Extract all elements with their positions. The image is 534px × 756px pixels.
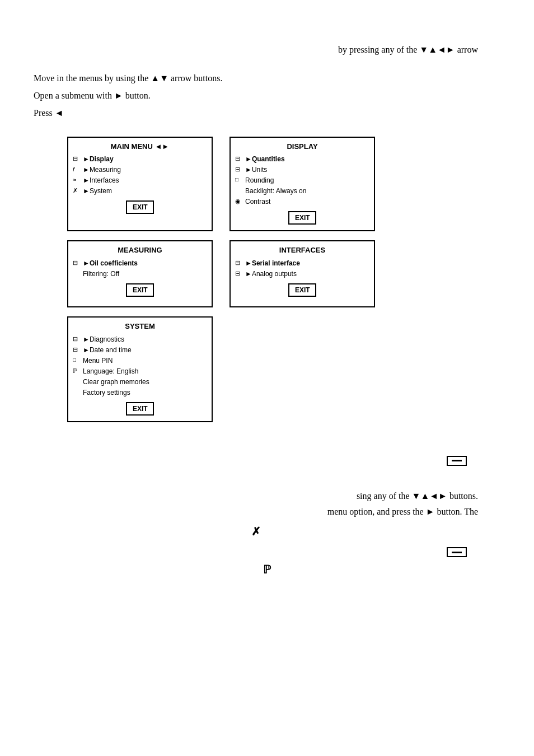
main-menu-title: MAIN MENU ◄► <box>73 141 207 152</box>
menu-item: ⊟ ►Oil coefficients <box>73 258 207 268</box>
menu-item-text: Rounding <box>245 175 274 185</box>
menu-icon: ✗ <box>73 186 82 195</box>
menu-item-text: Factory settings <box>83 388 130 398</box>
menu-item-text: Menu PIN <box>83 356 113 366</box>
menu-item-text: ►Oil coefficients <box>83 258 138 268</box>
rect-inner-2 <box>452 552 462 553</box>
menu-item: ⊟ ►Display <box>73 154 207 164</box>
menu-item: Factory settings <box>73 388 207 398</box>
rect-inner <box>452 460 462 461</box>
menu-icon: ⊟ <box>235 258 244 268</box>
menu-item: □ Menu PIN <box>73 356 207 366</box>
top-arrow-text: by pressing any of the ▼▲◄► arrow <box>338 45 478 54</box>
exit-button[interactable]: EXIT <box>126 283 154 297</box>
measuring-menu-box: MEASURING ⊟ ►Oil coefficients Filtering:… <box>67 240 213 307</box>
menu-item: ◉ Contrast <box>235 197 369 207</box>
bottom-p-symbol: ℙ <box>34 563 500 576</box>
menu-item: ⊟ ►Units <box>235 165 369 175</box>
menu-icon: ℙ <box>73 366 82 376</box>
menu-icon: ⊟ <box>235 154 244 164</box>
menu-screens: MAIN MENU ◄► ⊟ ►Display f ►Measuring ≈ ►… <box>67 137 500 422</box>
exit-button[interactable]: EXIT <box>126 402 154 416</box>
menu-item-text: ►Quantities <box>245 154 285 164</box>
menu-item: Backlight: Always on <box>235 186 369 196</box>
menu-item-text: ►Date and time <box>83 345 132 355</box>
menu-icon: □ <box>73 356 82 364</box>
bottom-icon-area-2 <box>34 547 500 557</box>
menu-item-text: ►Diagnostics <box>83 334 124 344</box>
small-rect-icon-2 <box>447 547 467 557</box>
menu-item-text: ►Measuring <box>83 165 121 175</box>
menu-item-text: Clear graph memories <box>83 377 149 387</box>
top-arrow-line: by pressing any of the ▼▲◄► arrow <box>34 45 500 55</box>
menu-icon: ⊟ <box>73 258 82 268</box>
menu-item-text: ►Units <box>245 165 267 175</box>
menu-item-text: Language: English <box>83 366 138 376</box>
menu-item: ⊟ ►Analog outputs <box>235 269 369 279</box>
menu-icon: f <box>73 165 82 174</box>
display-menu-box: DISPLAY ⊟ ►Quantities ⊟ ►Units □ Roundin… <box>229 137 375 232</box>
exit-button[interactable]: EXIT <box>126 200 154 214</box>
menu-icon: ⊟ <box>73 334 82 344</box>
menu-item: ⊟ ►Date and time <box>73 345 207 355</box>
menu-item: □ Rounding <box>235 175 369 185</box>
bottom-line-2: menu option, and press the ► button. The <box>34 504 478 520</box>
menu-item-text: ►Interfaces <box>83 175 119 185</box>
menu-item: f ►Measuring <box>73 165 207 175</box>
page-content: by pressing any of the ▼▲◄► arrow Move i… <box>0 0 534 610</box>
bottom-line-1: sing any of the ▼▲◄► buttons. <box>34 488 478 505</box>
small-rect-icon-1 <box>447 456 467 466</box>
menu-item: Clear graph memories <box>73 377 207 387</box>
exit-button[interactable]: EXIT <box>288 283 316 297</box>
exit-button[interactable]: EXIT <box>288 211 316 225</box>
menu-icon: □ <box>235 175 244 184</box>
menu-icon: ≈ <box>73 175 82 185</box>
bottom-section: sing any of the ▼▲◄► buttons. menu optio… <box>34 456 500 577</box>
menu-icon: ⊟ <box>235 165 244 174</box>
menu-item-text: Contrast <box>245 197 270 207</box>
menu-item: ✗ ►System <box>73 186 207 196</box>
menu-icon: ⊟ <box>73 345 82 354</box>
menu-item-text: ►Analog outputs <box>245 269 297 279</box>
menu-icon: ⊟ <box>235 269 244 278</box>
menu-item: ⊟ ►Serial interface <box>235 258 369 268</box>
main-menu-box: MAIN MENU ◄► ⊟ ►Display f ►Measuring ≈ ►… <box>67 137 213 232</box>
menu-item-text: ►Serial interface <box>245 258 300 268</box>
menu-icon: ⊟ <box>73 154 82 164</box>
menu-item: Filtering: Off <box>73 269 207 279</box>
menu-item: ⊟ ►Diagnostics <box>73 334 207 344</box>
menu-item-text: ►Display <box>83 154 114 164</box>
menu-item: ⊟ ►Quantities <box>235 154 369 164</box>
instruction-line-1: Move in the menus by using the ▲▼ arrow … <box>34 71 500 86</box>
instructions-block: Move in the menus by using the ▲▼ arrow … <box>34 71 500 121</box>
menu-item: ℙ Language: English <box>73 366 207 376</box>
menu-item-text: Filtering: Off <box>83 269 119 279</box>
bottom-icon-area-1 <box>34 456 500 466</box>
menu-icon: ◉ <box>235 197 244 206</box>
system-menu-box: SYSTEM ⊟ ►Diagnostics ⊟ ►Date and time □… <box>67 316 213 422</box>
bottom-text-block: sing any of the ▼▲◄► buttons. menu optio… <box>34 488 500 542</box>
measuring-menu-title: MEASURING <box>73 245 207 256</box>
system-menu-title: SYSTEM <box>73 321 207 332</box>
interfaces-menu-title: INTERFACES <box>235 245 369 256</box>
instruction-line-3: Press ◄ <box>34 105 500 120</box>
menu-item-text: Backlight: Always on <box>245 186 306 196</box>
display-menu-title: DISPLAY <box>235 141 369 152</box>
interfaces-menu-box: INTERFACES ⊟ ►Serial interface ⊟ ►Analog… <box>229 240 375 307</box>
instruction-line-2: Open a submenu with ► button. <box>34 88 500 103</box>
bottom-x-symbol: ✗ <box>34 521 478 542</box>
menu-item: ≈ ►Interfaces <box>73 175 207 185</box>
menu-item-text: ►System <box>83 186 112 196</box>
